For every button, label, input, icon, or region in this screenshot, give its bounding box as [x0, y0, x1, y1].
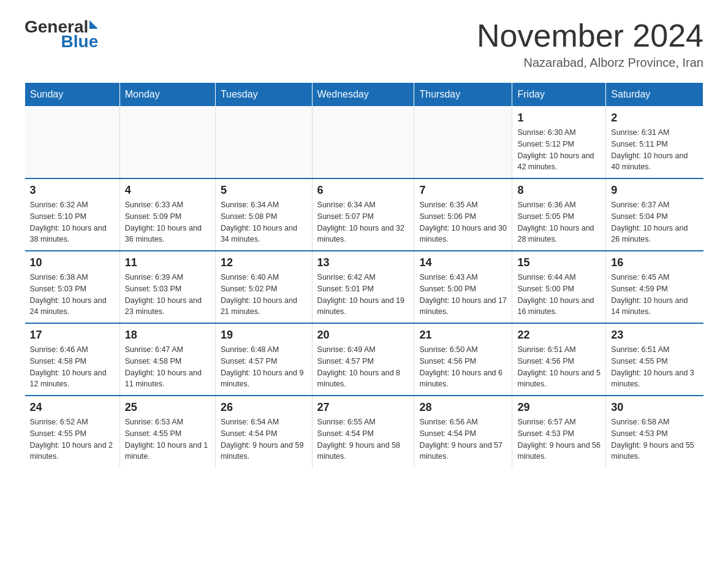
calendar-cell: 13Sunrise: 6:42 AM Sunset: 5:01 PM Dayli…: [312, 251, 414, 323]
calendar-week-row: 24Sunrise: 6:52 AM Sunset: 4:55 PM Dayli…: [25, 396, 703, 467]
header-friday: Friday: [512, 83, 606, 107]
calendar-cell: [119, 107, 215, 179]
day-number: 7: [419, 184, 507, 197]
title-area: November 2024 Nazarabad, Alborz Province…: [477, 18, 703, 70]
calendar-cell: 22Sunrise: 6:51 AM Sunset: 4:56 PM Dayli…: [512, 323, 606, 396]
day-info: Sunrise: 6:33 AM Sunset: 5:09 PM Dayligh…: [125, 199, 210, 245]
calendar-cell: 27Sunrise: 6:55 AM Sunset: 4:54 PM Dayli…: [312, 396, 414, 467]
day-number: 15: [517, 256, 601, 269]
calendar-week-row: 10Sunrise: 6:38 AM Sunset: 5:03 PM Dayli…: [25, 251, 703, 323]
day-number: 10: [30, 256, 115, 269]
calendar-cell: 17Sunrise: 6:46 AM Sunset: 4:58 PM Dayli…: [25, 323, 120, 396]
day-number: 8: [517, 184, 601, 197]
day-info: Sunrise: 6:55 AM Sunset: 4:54 PM Dayligh…: [317, 416, 409, 462]
day-info: Sunrise: 6:36 AM Sunset: 5:05 PM Dayligh…: [517, 199, 601, 245]
calendar-table: SundayMondayTuesdayWednesdayThursdayFrid…: [25, 82, 703, 467]
day-info: Sunrise: 6:40 AM Sunset: 5:02 PM Dayligh…: [221, 272, 307, 318]
calendar-cell: 19Sunrise: 6:48 AM Sunset: 4:57 PM Dayli…: [215, 323, 312, 396]
calendar-header-row: SundayMondayTuesdayWednesdayThursdayFrid…: [25, 83, 703, 107]
calendar-cell: 2Sunrise: 6:31 AM Sunset: 5:11 PM Daylig…: [606, 107, 703, 179]
day-number: 11: [125, 256, 210, 269]
day-number: 30: [611, 401, 698, 414]
calendar-cell: 1Sunrise: 6:30 AM Sunset: 5:12 PM Daylig…: [512, 107, 606, 179]
day-number: 18: [125, 329, 210, 342]
calendar-week-row: 17Sunrise: 6:46 AM Sunset: 4:58 PM Dayli…: [25, 323, 703, 396]
day-info: Sunrise: 6:58 AM Sunset: 4:53 PM Dayligh…: [611, 416, 698, 462]
calendar-cell: 15Sunrise: 6:44 AM Sunset: 5:00 PM Dayli…: [512, 251, 606, 323]
day-info: Sunrise: 6:31 AM Sunset: 5:11 PM Dayligh…: [611, 127, 698, 173]
calendar-cell: 10Sunrise: 6:38 AM Sunset: 5:03 PM Dayli…: [25, 251, 120, 323]
calendar-cell: [25, 107, 120, 179]
day-info: Sunrise: 6:51 AM Sunset: 4:56 PM Dayligh…: [517, 344, 601, 390]
day-info: Sunrise: 6:44 AM Sunset: 5:00 PM Dayligh…: [517, 272, 601, 318]
calendar-cell: 9Sunrise: 6:37 AM Sunset: 5:04 PM Daylig…: [606, 178, 703, 251]
day-info: Sunrise: 6:56 AM Sunset: 4:54 PM Dayligh…: [419, 416, 507, 462]
calendar-title: November 2024: [477, 18, 703, 53]
calendar-cell: 26Sunrise: 6:54 AM Sunset: 4:54 PM Dayli…: [215, 396, 312, 467]
calendar-cell: 25Sunrise: 6:53 AM Sunset: 4:55 PM Dayli…: [119, 396, 215, 467]
calendar-subtitle: Nazarabad, Alborz Province, Iran: [477, 56, 703, 70]
header-monday: Monday: [119, 83, 215, 107]
logo: General Blue: [25, 18, 98, 50]
calendar-cell: [414, 107, 512, 179]
day-number: 22: [517, 329, 601, 342]
day-info: Sunrise: 6:48 AM Sunset: 4:57 PM Dayligh…: [221, 344, 307, 390]
calendar-cell: 23Sunrise: 6:51 AM Sunset: 4:55 PM Dayli…: [606, 323, 703, 396]
day-info: Sunrise: 6:57 AM Sunset: 4:53 PM Dayligh…: [517, 416, 601, 462]
day-number: 26: [221, 401, 307, 414]
day-info: Sunrise: 6:53 AM Sunset: 4:55 PM Dayligh…: [125, 416, 210, 462]
header-thursday: Thursday: [414, 83, 512, 107]
day-info: Sunrise: 6:34 AM Sunset: 5:08 PM Dayligh…: [221, 199, 307, 245]
calendar-cell: 12Sunrise: 6:40 AM Sunset: 5:02 PM Dayli…: [215, 251, 312, 323]
day-info: Sunrise: 6:43 AM Sunset: 5:00 PM Dayligh…: [419, 272, 507, 318]
day-number: 3: [30, 184, 115, 197]
calendar-cell: 8Sunrise: 6:36 AM Sunset: 5:05 PM Daylig…: [512, 178, 606, 251]
calendar-cell: 3Sunrise: 6:32 AM Sunset: 5:10 PM Daylig…: [25, 178, 120, 251]
calendar-cell: 4Sunrise: 6:33 AM Sunset: 5:09 PM Daylig…: [119, 178, 215, 251]
day-number: 21: [419, 329, 507, 342]
day-number: 9: [611, 184, 698, 197]
day-info: Sunrise: 6:34 AM Sunset: 5:07 PM Dayligh…: [317, 199, 409, 245]
calendar-week-row: 1Sunrise: 6:30 AM Sunset: 5:12 PM Daylig…: [25, 107, 703, 179]
day-info: Sunrise: 6:30 AM Sunset: 5:12 PM Dayligh…: [517, 127, 601, 173]
day-number: 20: [317, 329, 409, 342]
day-info: Sunrise: 6:37 AM Sunset: 5:04 PM Dayligh…: [611, 199, 698, 245]
day-number: 24: [30, 401, 115, 414]
day-info: Sunrise: 6:38 AM Sunset: 5:03 PM Dayligh…: [30, 272, 115, 318]
day-info: Sunrise: 6:49 AM Sunset: 4:57 PM Dayligh…: [317, 344, 409, 390]
day-number: 16: [611, 256, 698, 269]
calendar-cell: 11Sunrise: 6:39 AM Sunset: 5:03 PM Dayli…: [119, 251, 215, 323]
day-number: 14: [419, 256, 507, 269]
calendar-cell: [312, 107, 414, 179]
calendar-cell: 16Sunrise: 6:45 AM Sunset: 4:59 PM Dayli…: [606, 251, 703, 323]
day-number: 29: [517, 401, 601, 414]
day-number: 4: [125, 184, 210, 197]
header-tuesday: Tuesday: [215, 83, 312, 107]
day-number: 25: [125, 401, 210, 414]
day-info: Sunrise: 6:52 AM Sunset: 4:55 PM Dayligh…: [30, 416, 115, 462]
day-number: 23: [611, 329, 698, 342]
header-sunday: Sunday: [25, 83, 120, 107]
day-info: Sunrise: 6:42 AM Sunset: 5:01 PM Dayligh…: [317, 272, 409, 318]
calendar-cell: [215, 107, 312, 179]
calendar-cell: 6Sunrise: 6:34 AM Sunset: 5:07 PM Daylig…: [312, 178, 414, 251]
day-number: 27: [317, 401, 409, 414]
logo-blue-text: Blue: [61, 32, 99, 51]
page-header: General Blue November 2024 Nazarabad, Al…: [25, 18, 703, 70]
day-number: 13: [317, 256, 409, 269]
calendar-cell: 24Sunrise: 6:52 AM Sunset: 4:55 PM Dayli…: [25, 396, 120, 467]
day-number: 1: [517, 112, 601, 124]
day-info: Sunrise: 6:45 AM Sunset: 4:59 PM Dayligh…: [611, 272, 698, 318]
calendar-cell: 5Sunrise: 6:34 AM Sunset: 5:08 PM Daylig…: [215, 178, 312, 251]
calendar-cell: 7Sunrise: 6:35 AM Sunset: 5:06 PM Daylig…: [414, 178, 512, 251]
calendar-cell: 28Sunrise: 6:56 AM Sunset: 4:54 PM Dayli…: [414, 396, 512, 467]
header-wednesday: Wednesday: [312, 83, 414, 107]
logo-triangle-icon: [89, 20, 98, 29]
day-info: Sunrise: 6:50 AM Sunset: 4:56 PM Dayligh…: [419, 344, 507, 390]
day-info: Sunrise: 6:35 AM Sunset: 5:06 PM Dayligh…: [419, 199, 507, 245]
calendar-week-row: 3Sunrise: 6:32 AM Sunset: 5:10 PM Daylig…: [25, 178, 703, 251]
day-number: 17: [30, 329, 115, 342]
calendar-cell: 21Sunrise: 6:50 AM Sunset: 4:56 PM Dayli…: [414, 323, 512, 396]
day-number: 2: [611, 112, 698, 124]
calendar-cell: 30Sunrise: 6:58 AM Sunset: 4:53 PM Dayli…: [606, 396, 703, 467]
